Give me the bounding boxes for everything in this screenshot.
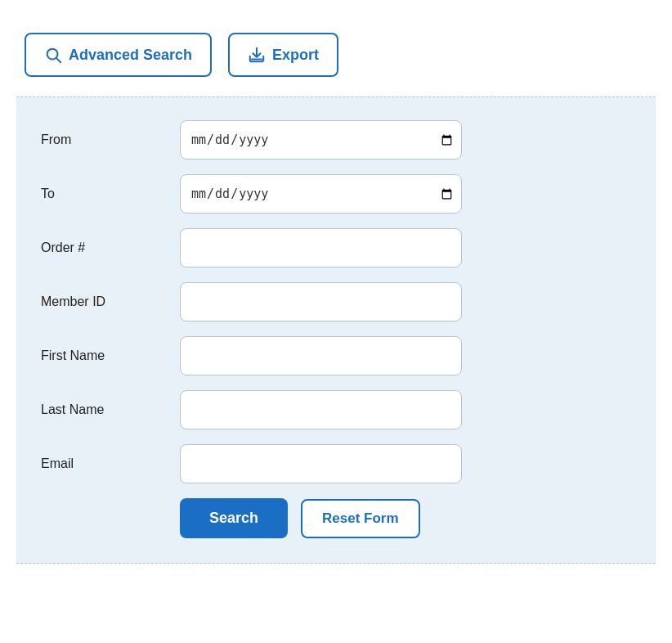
first-name-row: First Name xyxy=(41,336,631,375)
email-input[interactable] xyxy=(180,444,462,483)
from-date-input[interactable] xyxy=(180,120,462,160)
last-name-input[interactable] xyxy=(180,390,462,429)
export-icon xyxy=(248,46,266,64)
member-label: Member ID xyxy=(41,295,180,309)
to-label: To xyxy=(41,187,180,201)
order-row: Order # xyxy=(41,228,631,268)
from-label: From xyxy=(41,133,180,147)
search-icon xyxy=(44,46,62,64)
advanced-search-label: Advanced Search xyxy=(69,47,192,64)
to-date-input[interactable] xyxy=(180,174,462,214)
to-row: To xyxy=(41,174,631,214)
svg-line-1 xyxy=(56,58,60,62)
from-row: From xyxy=(41,120,631,160)
search-panel: From To Order # Member ID First Name Las… xyxy=(16,97,656,564)
order-input[interactable] xyxy=(180,228,462,268)
form-actions: Search Reset Form xyxy=(41,498,631,538)
first-name-label: First Name xyxy=(41,348,180,363)
member-row: Member ID xyxy=(41,282,631,322)
export-button[interactable]: Export xyxy=(228,33,338,77)
search-button[interactable]: Search xyxy=(180,498,288,538)
member-id-input[interactable] xyxy=(180,282,462,322)
order-label: Order # xyxy=(41,241,180,255)
reset-form-button[interactable]: Reset Form xyxy=(301,499,420,538)
email-label: Email xyxy=(41,456,180,471)
last-name-row: Last Name xyxy=(41,390,631,429)
advanced-search-button[interactable]: Advanced Search xyxy=(25,33,212,77)
email-row: Email xyxy=(41,444,631,483)
first-name-input[interactable] xyxy=(180,336,462,375)
top-bar: Advanced Search Export xyxy=(16,16,656,97)
last-name-label: Last Name xyxy=(41,402,180,417)
export-label: Export xyxy=(272,47,319,64)
